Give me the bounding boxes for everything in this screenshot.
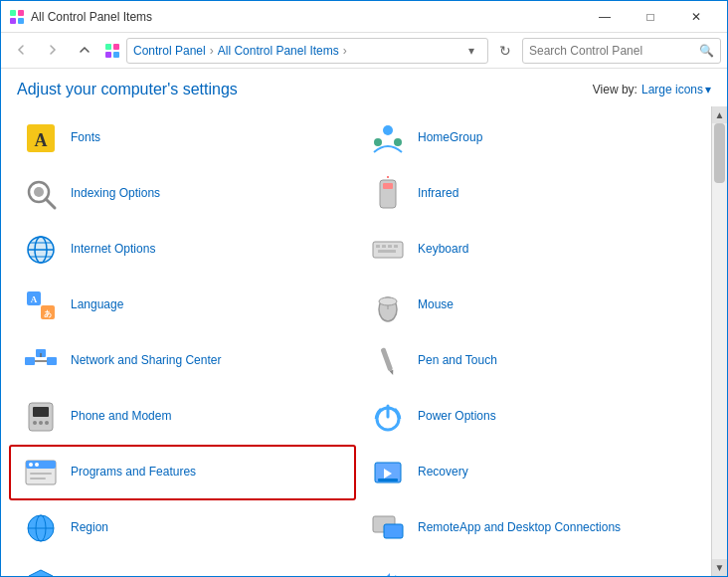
back-button[interactable] (7, 38, 35, 64)
panel-item-language[interactable]: AあLanguage (9, 278, 356, 333)
address-bar: Control Panel › All Control Panel Items … (1, 33, 727, 69)
sound-icon (368, 564, 408, 576)
window-title: All Control Panel Items (31, 10, 582, 24)
panel-item-homegroup[interactable]: HomeGroup (356, 110, 703, 166)
svg-rect-58 (378, 479, 398, 481)
breadcrumb-dropdown-button[interactable]: ▾ (461, 44, 481, 58)
svg-rect-2 (10, 18, 16, 24)
refresh-icon: ↻ (499, 43, 511, 59)
page-title: Adjust your computer's settings (17, 81, 238, 98)
items-grid: AFontsHomeGroupIndexing OptionsInfraredI… (9, 110, 703, 572)
window-icon (9, 9, 25, 25)
mouse-icon (368, 286, 408, 325)
scrollbar-thumb[interactable] (714, 123, 725, 183)
keyboard-label: Keyboard (418, 242, 468, 258)
region-label: Region (71, 520, 108, 536)
svg-rect-55 (30, 473, 52, 475)
region-icon (21, 508, 61, 548)
homegroup-icon (368, 118, 408, 158)
scrollbar: ▲ ▼ (711, 106, 727, 576)
forward-icon (47, 43, 59, 59)
panel-item-phone-modem[interactable]: Phone and Modem (9, 389, 356, 445)
svg-rect-38 (47, 357, 57, 365)
forward-button[interactable] (39, 38, 67, 64)
scrollbar-up-button[interactable]: ▲ (712, 106, 727, 123)
panel-item-keyboard[interactable]: Keyboard (356, 222, 703, 278)
fonts-icon: A (21, 118, 61, 158)
svg-point-14 (34, 187, 44, 197)
programs-features-icon (21, 453, 61, 492)
infrared-label: Infrared (418, 186, 458, 202)
language-label: Language (71, 297, 123, 313)
panel-item-fonts[interactable]: AFonts (9, 110, 356, 166)
panel-item-mouse[interactable]: Mouse (356, 278, 703, 333)
svg-rect-5 (113, 44, 119, 50)
fonts-label: Fonts (71, 130, 100, 146)
language-icon: Aあ (21, 286, 61, 325)
svg-rect-29 (378, 250, 396, 253)
panel-item-recovery[interactable]: Recovery (356, 445, 703, 500)
panel-item-power-options[interactable]: Power Options (356, 389, 703, 445)
svg-line-15 (46, 199, 55, 208)
recovery-icon (368, 453, 408, 492)
view-by-label: View by: (593, 83, 637, 96)
close-button[interactable]: ✕ (673, 1, 719, 33)
svg-point-11 (374, 138, 382, 146)
svg-point-10 (383, 125, 393, 135)
search-box: 🔍 (522, 38, 721, 64)
panel-item-region[interactable]: Region (9, 500, 356, 556)
up-icon (79, 43, 91, 59)
scrollbar-down-button[interactable]: ▼ (712, 559, 727, 576)
internet-options-icon (21, 230, 61, 270)
items-area: AFontsHomeGroupIndexing OptionsInfraredI… (1, 106, 727, 576)
panel-item-pen-touch[interactable]: Pen and Touch (356, 333, 703, 389)
phone-modem-label: Phone and Modem (71, 409, 171, 425)
svg-rect-17 (383, 183, 393, 189)
panel-item-sound[interactable]: Sound (356, 556, 703, 576)
remoteapp-icon (368, 508, 408, 548)
svg-rect-7 (113, 52, 119, 58)
panel-item-remoteapp[interactable]: RemoteApp and Desktop Connections (356, 500, 703, 556)
view-by-value[interactable]: Large icons ▾ (641, 83, 711, 96)
breadcrumb-all-items[interactable]: All Control Panel Items (218, 44, 339, 58)
panel-item-internet-options[interactable]: Internet Options (9, 222, 356, 278)
svg-rect-45 (33, 407, 49, 417)
maximize-button[interactable]: □ (628, 1, 673, 33)
content-area: Adjust your computer's settings View by:… (1, 69, 727, 576)
pen-touch-icon (368, 341, 408, 381)
phone-modem-icon (21, 397, 61, 437)
svg-point-36 (379, 297, 397, 305)
mouse-label: Mouse (418, 297, 454, 313)
title-bar: All Control Panel Items — □ ✕ (1, 1, 727, 33)
minimize-button[interactable]: — (582, 1, 628, 33)
panel-item-network-sharing[interactable]: Network and Sharing Center (9, 333, 356, 389)
breadcrumb-control-panel[interactable]: Control Panel (133, 44, 206, 58)
svg-text:あ: あ (44, 309, 52, 318)
svg-point-54 (35, 463, 39, 467)
breadcrumb-home-icon (102, 41, 122, 61)
breadcrumb-separator-2: › (343, 44, 347, 58)
svg-rect-4 (105, 44, 111, 50)
panel-item-infrared[interactable]: Infrared (356, 166, 703, 222)
security-maintenance-icon (21, 564, 61, 576)
svg-rect-25 (376, 245, 380, 248)
svg-rect-28 (394, 245, 398, 248)
svg-rect-6 (105, 52, 111, 58)
panel-item-security-maintenance[interactable]: Security and Maintenance (9, 556, 356, 576)
items-container: AFontsHomeGroupIndexing OptionsInfraredI… (1, 106, 711, 576)
panel-item-programs-features[interactable]: Programs and Features (9, 445, 356, 500)
main-window: All Control Panel Items — □ ✕ (0, 0, 728, 577)
scrollbar-track (712, 123, 727, 559)
svg-text:A: A (31, 294, 38, 304)
svg-rect-37 (25, 357, 35, 365)
svg-rect-27 (388, 245, 392, 248)
view-by-dropdown-icon: ▾ (705, 83, 711, 96)
search-input[interactable] (529, 44, 699, 58)
power-options-icon (368, 397, 408, 437)
svg-rect-63 (384, 524, 403, 538)
svg-point-48 (45, 421, 49, 425)
refresh-button[interactable]: ↻ (492, 38, 518, 64)
breadcrumb: Control Panel › All Control Panel Items … (126, 38, 488, 64)
up-button[interactable] (71, 38, 98, 64)
panel-item-indexing-options[interactable]: Indexing Options (9, 166, 356, 222)
